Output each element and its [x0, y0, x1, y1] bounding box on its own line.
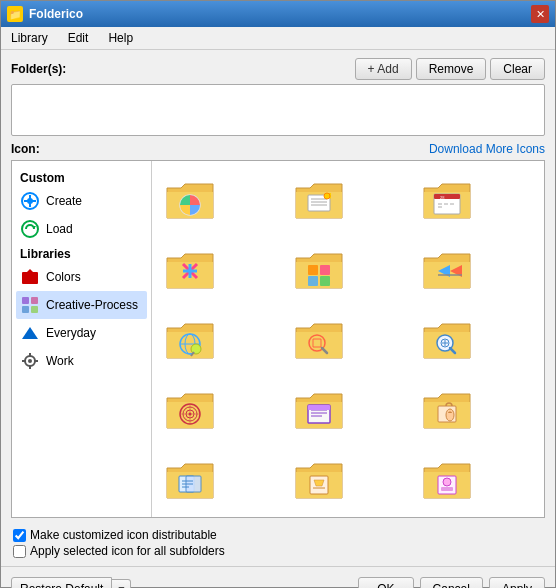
apply-button[interactable]: Apply — [489, 577, 545, 588]
icon-cell-9[interactable] — [415, 307, 479, 371]
icon-section: Icon: Download More Icons Custom — [11, 142, 545, 518]
svg-rect-11 — [31, 306, 38, 313]
clear-button[interactable]: Clear — [490, 58, 545, 80]
folders-header: Folder(s): + Add Remove Clear — [11, 58, 545, 80]
checkbox-subfolders-label: Apply selected icon for all subfolders — [30, 544, 225, 558]
checkbox-distributable-label: Make customized icon distributable — [30, 528, 217, 542]
load-icon — [20, 219, 40, 239]
icon-cell-11[interactable] — [287, 377, 351, 441]
svg-point-68 — [446, 409, 454, 421]
lib-item-work[interactable]: Work — [16, 347, 147, 375]
colors-icon — [20, 267, 40, 287]
folder-list-box[interactable] — [11, 84, 545, 136]
svg-rect-8 — [22, 297, 29, 304]
icon-cell-8[interactable] — [287, 307, 351, 371]
svg-text:28: 28 — [440, 195, 445, 200]
icon-grid-container: 28 — [152, 161, 544, 517]
icon-cell-1[interactable] — [158, 167, 222, 231]
icon-cell-15[interactable] — [415, 447, 479, 511]
checkbox-subfolders[interactable] — [13, 545, 26, 558]
checkboxes-section: Make customized icon distributable Apply… — [1, 526, 555, 562]
icon-cell-3[interactable]: 28 — [415, 167, 479, 231]
checkbox-distributable-row: Make customized icon distributable — [13, 528, 543, 542]
ok-button[interactable]: OK — [358, 577, 413, 588]
checkbox-distributable[interactable] — [13, 529, 26, 542]
icon-cell-6[interactable] — [415, 237, 479, 301]
lib-item-load[interactable]: Load — [16, 215, 147, 243]
create-icon — [20, 191, 40, 211]
load-label: Load — [46, 222, 73, 236]
lib-item-colors[interactable]: Colors — [16, 263, 147, 291]
lib-item-create[interactable]: Create — [16, 187, 147, 215]
custom-heading: Custom — [16, 167, 147, 187]
icon-cell-5[interactable] — [287, 237, 351, 301]
icon-cell-7[interactable] — [158, 307, 222, 371]
restore-dropdown-button[interactable]: ▼ — [112, 579, 131, 589]
folders-label: Folder(s): — [11, 62, 66, 76]
svg-rect-37 — [308, 265, 318, 275]
svg-point-25 — [324, 193, 330, 199]
icon-label: Icon: — [11, 142, 40, 156]
download-more-link[interactable]: Download More Icons — [429, 142, 545, 156]
window-title: Folderico — [29, 7, 83, 21]
icon-panel: Custom Create — [11, 160, 545, 518]
everyday-icon — [20, 323, 40, 343]
creative-process-label: Creative-Process — [46, 298, 138, 312]
svg-marker-5 — [32, 226, 36, 229]
icon-cell-14[interactable] — [287, 447, 351, 511]
menu-help[interactable]: Help — [104, 29, 137, 47]
dialog-buttons: OK Cancel Apply — [358, 577, 545, 588]
checkbox-subfolders-row: Apply selected icon for all subfolders — [13, 544, 543, 558]
svg-rect-39 — [308, 276, 318, 286]
creative-process-icon — [20, 295, 40, 315]
close-button[interactable]: ✕ — [531, 5, 549, 23]
svg-rect-27 — [434, 194, 460, 199]
restore-default-button[interactable]: Restore Default — [11, 577, 112, 588]
svg-rect-66 — [308, 405, 330, 410]
app-icon: 📁 — [7, 6, 23, 22]
svg-point-3 — [27, 198, 33, 204]
add-button[interactable]: + Add — [355, 58, 412, 80]
create-label: Create — [46, 194, 82, 208]
menu-edit[interactable]: Edit — [64, 29, 93, 47]
work-label: Work — [46, 354, 74, 368]
icon-header: Icon: Download More Icons — [11, 142, 545, 156]
menu-bar: Library Edit Help — [1, 27, 555, 50]
menu-library[interactable]: Library — [7, 29, 52, 47]
colors-label: Colors — [46, 270, 81, 284]
svg-rect-10 — [22, 306, 29, 313]
library-list: Custom Create — [12, 161, 152, 517]
folders-section: Folder(s): + Add Remove Clear — [11, 58, 545, 136]
icon-grid: 28 — [158, 167, 538, 511]
svg-point-4 — [22, 221, 38, 237]
cancel-button[interactable]: Cancel — [420, 577, 483, 588]
lib-item-creative-process[interactable]: Creative-Process — [16, 291, 147, 319]
svg-point-77 — [443, 478, 451, 486]
svg-rect-78 — [441, 487, 453, 491]
title-bar: 📁 Folderico ✕ — [1, 1, 555, 27]
restore-group: Restore Default ▼ — [11, 577, 131, 588]
svg-rect-38 — [320, 265, 330, 275]
icon-cell-2[interactable] — [287, 167, 351, 231]
svg-marker-12 — [22, 327, 38, 339]
svg-rect-40 — [320, 276, 330, 286]
action-bar: Restore Default ▼ OK Cancel Apply — [1, 571, 555, 588]
main-content: Folder(s): + Add Remove Clear Icon: Down… — [1, 50, 555, 526]
libraries-heading: Libraries — [16, 243, 147, 263]
icon-cell-10[interactable] — [158, 377, 222, 441]
remove-button[interactable]: Remove — [416, 58, 487, 80]
svg-point-14 — [28, 359, 32, 363]
folder-buttons: + Add Remove Clear — [355, 58, 545, 80]
svg-rect-9 — [31, 297, 38, 304]
everyday-label: Everyday — [46, 326, 96, 340]
lib-item-everyday[interactable]: Everyday — [16, 319, 147, 347]
icon-cell-13[interactable] — [158, 447, 222, 511]
icon-cell-4[interactable] — [158, 237, 222, 301]
main-window: 📁 Folderico ✕ Library Edit Help Folder(s… — [0, 0, 556, 588]
work-icon — [20, 351, 40, 371]
icon-cell-12[interactable] — [415, 377, 479, 441]
